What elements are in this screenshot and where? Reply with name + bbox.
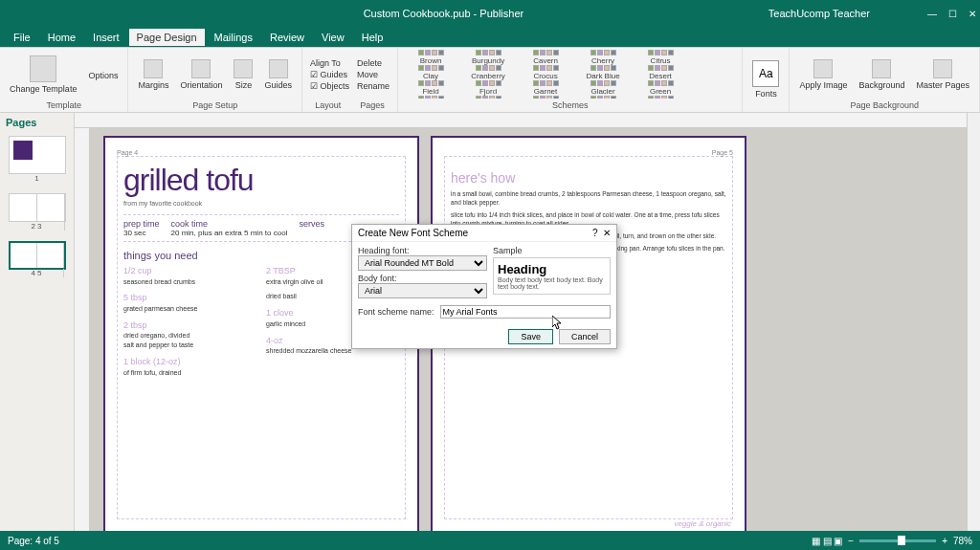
scheme-green[interactable]: Green: [632, 80, 689, 96]
scheme-dark blue[interactable]: Dark Blue: [574, 65, 632, 80]
heading-font-select[interactable]: Arial Rounded MT Bold: [358, 255, 487, 271]
scheme-cherry[interactable]: Cherry: [574, 50, 632, 65]
create-font-scheme-dialog: Create New Font Scheme ? ✕ Heading font:…: [351, 224, 617, 349]
scheme-name-input[interactable]: [440, 305, 611, 319]
dialog-title: Create New Font Scheme: [358, 228, 468, 238]
menu-insert[interactable]: Insert: [85, 29, 127, 46]
ribbon-group-page-setup: Margins Orientation Size Guides Page Set…: [128, 48, 302, 112]
menu-view[interactable]: View: [314, 29, 352, 46]
options-button[interactable]: Options: [84, 67, 122, 82]
move-button[interactable]: Move: [355, 69, 391, 80]
recipe-title: grilled tofu: [123, 163, 399, 198]
scheme-brown[interactable]: Brown: [402, 50, 459, 65]
page-thumb-4-5[interactable]: 4 5: [9, 241, 66, 270]
group-label-layout: Layout Pages: [308, 99, 391, 110]
align-to-button[interactable]: Align To: [308, 57, 351, 69]
dialog-close-icon[interactable]: ✕: [603, 228, 611, 238]
guides-chk[interactable]: ☑ Guides: [308, 69, 351, 80]
zoom-in-icon[interactable]: +: [942, 536, 947, 546]
delete-button[interactable]: Delete: [355, 57, 391, 69]
orientation-button[interactable]: Orientation: [176, 57, 226, 92]
scheme-cavern[interactable]: Cavern: [517, 50, 574, 65]
group-label-template: Template: [6, 99, 122, 110]
step-item: in a small bowl, combine bread crumbs, 2…: [451, 189, 726, 207]
scheme-glacier[interactable]: Glacier: [574, 80, 632, 96]
status-bar: Page: 4 of 5 ▦ ▤ ▣ − + 78%: [0, 531, 980, 550]
scheme-harbor[interactable]: Harbor: [402, 96, 459, 99]
meta-cell: serves: [299, 219, 324, 237]
margins-button[interactable]: Margins: [134, 57, 172, 92]
menu-review[interactable]: Review: [262, 29, 312, 46]
master-pages-button[interactable]: Master Pages: [912, 57, 973, 92]
fonts-button[interactable]: AaFonts: [748, 58, 783, 100]
title-bar: Custom Cookbook.pub - Publisher TeachUco…: [0, 0, 980, 27]
zoom-slider[interactable]: [859, 539, 936, 542]
scheme-garnet[interactable]: Garnet: [517, 80, 574, 96]
size-button[interactable]: Size: [230, 57, 256, 92]
close-icon[interactable]: ✕: [969, 9, 976, 19]
ingredient-item: 2 tbspdried oregano, dividedsalt and pep…: [123, 319, 256, 350]
scheme-clay[interactable]: Clay: [402, 65, 459, 80]
apply-image-button[interactable]: Apply Image: [795, 57, 851, 92]
guides-button[interactable]: Guides: [260, 57, 296, 92]
scheme-heather[interactable]: Heather: [459, 96, 517, 99]
ribbon-group-layout: Align To ☑ Guides ☑ Objects Delete Move …: [302, 48, 398, 112]
page-number-5: Page 5: [712, 149, 733, 156]
dialog-help-icon[interactable]: ?: [592, 228, 598, 238]
page-number-4: Page 4: [117, 149, 138, 156]
window-title: Custom Cookbook.pub - Publisher: [119, 8, 768, 19]
scheme-fjord[interactable]: Fjord: [459, 80, 517, 96]
rename-button[interactable]: Rename: [355, 80, 391, 92]
body-font-select[interactable]: Arial: [358, 283, 487, 298]
user-name: TeachUcomp Teacher: [768, 8, 927, 19]
sample-heading: Heading: [498, 262, 606, 276]
zoom-out-icon[interactable]: −: [848, 536, 854, 546]
menu-file[interactable]: File: [6, 29, 38, 46]
scheme-field[interactable]: Field: [402, 80, 459, 96]
save-button[interactable]: Save: [508, 329, 553, 344]
page-thumb-1[interactable]: 1: [9, 136, 66, 174]
group-label-page-setup: Page Setup: [134, 99, 296, 110]
ribbon-group-page-background: Apply Image Background Master Pages Page…: [790, 48, 980, 112]
scheme-desert[interactable]: Desert: [632, 65, 689, 80]
scrollbar-vertical[interactable]: [967, 113, 980, 531]
pages-panel-title: Pages: [0, 113, 74, 132]
scheme-name-label: Font scheme name:: [358, 307, 434, 317]
menu-page-design[interactable]: Page Design: [129, 29, 205, 46]
footer-tag: veggie & organic: [674, 519, 731, 528]
maximize-icon[interactable]: ☐: [948, 9, 957, 19]
ingredient-item: 1 block (12-oz)of firm tofu, drained: [123, 356, 256, 377]
sample-label: Sample: [493, 246, 611, 255]
zoom-level[interactable]: 78%: [953, 536, 972, 546]
background-button[interactable]: Background: [855, 57, 908, 92]
body-font-label: Body font:: [358, 274, 487, 283]
status-page[interactable]: Page: 4 of 5: [8, 536, 59, 546]
scheme-crocus[interactable]: Crocus: [517, 65, 574, 80]
ribbon-group-template: Change Template Options Template: [0, 48, 128, 112]
view-icons[interactable]: ▦ ▤ ▣: [812, 536, 843, 546]
sample-preview: Heading Body text body text body text. B…: [493, 257, 611, 295]
objects-chk[interactable]: ☑ Objects: [308, 80, 351, 92]
ribbon-group-schemes[interactable]: BrownBurgundyCavernCherryCitrusClayCranb…: [398, 48, 743, 112]
meta-cell: cook time20 min, plus an extra 5 min to …: [171, 219, 288, 237]
group-label-schemes: Schemes: [552, 99, 589, 110]
ribbon-group-fonts: AaFonts: [743, 48, 790, 112]
sample-body: Body text body text body text. Body text…: [498, 276, 606, 290]
scheme-cranberry[interactable]: Cranberry: [459, 65, 517, 80]
menu-help[interactable]: Help: [354, 29, 391, 46]
minimize-icon[interactable]: —: [927, 9, 937, 19]
scheme-ivy[interactable]: Ivy: [632, 96, 689, 99]
cancel-button[interactable]: Cancel: [559, 329, 611, 344]
change-template-button[interactable]: Change Template: [6, 54, 80, 96]
menu-mailings[interactable]: Mailings: [207, 29, 260, 46]
group-label-fonts: [748, 108, 783, 110]
scheme-burgundy[interactable]: Burgundy: [459, 50, 517, 65]
scheme-citrus[interactable]: Citrus: [632, 50, 689, 65]
how-header: here's how: [451, 170, 726, 186]
ruler-vertical: [75, 128, 90, 531]
menu-home[interactable]: Home: [40, 29, 83, 46]
meta-cell: prep time30 sec: [123, 219, 160, 237]
ruler-horizontal: [75, 113, 980, 128]
page-thumb-2-3[interactable]: 2 3: [9, 193, 66, 222]
heading-font-label: Heading font:: [358, 246, 487, 255]
